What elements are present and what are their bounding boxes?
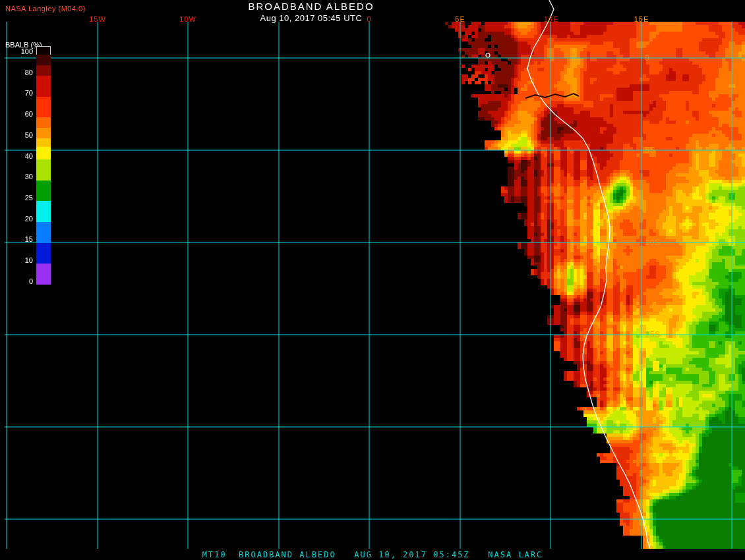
colorbar-segment [36, 201, 51, 222]
colorbar-segment [36, 264, 51, 285]
colorbar-segment [36, 65, 51, 76]
colorbar-segment [36, 55, 51, 65]
lat-label: 5S [645, 146, 656, 155]
lon-label: 15W [89, 15, 106, 23]
page-title: BROADBAND ALBEDO [113, 1, 509, 12]
colorbar-segment [36, 222, 51, 243]
colorbar-segment [36, 128, 51, 138]
albedo-product-screen: NASA Langley (M04.0) BROADBAND ALBEDO Au… [0, 0, 745, 560]
colorbar-tick-label: 15 [15, 235, 33, 243]
colorbar-segment [36, 159, 51, 181]
colorbar-segment [36, 138, 51, 147]
timestamp-subtitle: Aug 10, 2017 05:45 UTC [113, 13, 509, 23]
credit-label: NASA Langley (M04.0) [5, 5, 86, 13]
colorbar-tick-label: 100 [15, 47, 33, 55]
colorbar [36, 55, 51, 285]
lat-label: 0 [645, 53, 650, 63]
colorbar-segment [36, 147, 51, 159]
colorbar-segment [36, 76, 51, 97]
colorbar-tick-label: 25 [15, 194, 33, 202]
colorbar-tick-label: 60 [15, 110, 33, 118]
colorbar-top-cap [36, 46, 51, 55]
colorbar-segment [36, 181, 51, 201]
lat-label: 20S [645, 422, 661, 432]
colorbar-tick-label: 80 [15, 69, 33, 76]
lon-label: 15E [634, 15, 649, 23]
colorbar-tick-label: 70 [15, 89, 33, 97]
lon-label: 5E [455, 15, 465, 23]
colorbar-tick-label: 20 [15, 215, 33, 223]
lat-label: 10S [645, 238, 661, 247]
river-feature [525, 94, 579, 98]
colorbar-segment [36, 97, 51, 117]
colorbar-tick-label: 10 [15, 256, 33, 264]
colorbar-tick-label: 40 [15, 152, 33, 160]
colorbar-tick-label: 30 [15, 173, 33, 181]
coastline [527, 0, 650, 549]
title-block: BROADBAND ALBEDO Aug 10, 2017 05:45 UTC [113, 1, 509, 23]
lon-label: 10E [544, 15, 559, 23]
colorbar-tick-label: 50 [15, 131, 33, 139]
colorbar-tick-label: 0 [15, 277, 33, 285]
colorbar-segment [36, 117, 51, 128]
lon-label: 0 [367, 15, 371, 23]
island-outline [486, 53, 490, 57]
colorbar-segment [36, 243, 51, 264]
lon-label: 10W [179, 15, 196, 23]
graticule-coastline-overlay [0, 0, 745, 560]
lat-label: 15S [645, 330, 661, 339]
footer-caption: MT10 BROADBAND ALBEDO AUG 10, 2017 05:45… [0, 550, 745, 559]
